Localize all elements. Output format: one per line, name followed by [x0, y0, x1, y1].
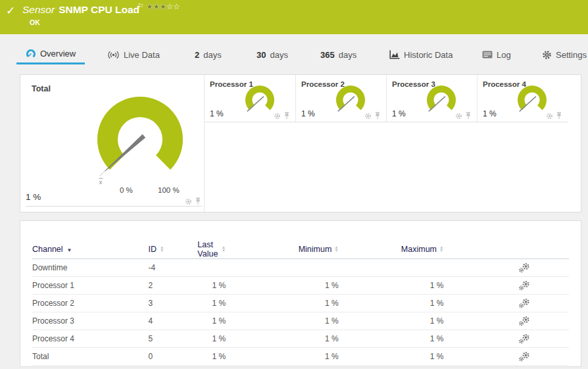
gauges-panel: Total x 0 % 100 % 1 % Processo — [20, 74, 581, 212]
column-label: Maximum — [401, 245, 437, 254]
channel-name: Processor 2 — [32, 299, 74, 308]
table-row[interactable]: Processor 2 3 1 % 1 % 1 % — [32, 295, 569, 312]
gauge-value: 1 % — [210, 109, 224, 118]
tab-label: days — [339, 50, 356, 60]
tab-label: days — [270, 50, 287, 60]
channel-settings-icon[interactable] — [518, 262, 530, 273]
tab-label: days — [203, 50, 221, 60]
tab-365-days[interactable]: 365 days — [320, 45, 356, 64]
table-row[interactable]: Processor 3 4 1 % 1 % 1 % — [32, 312, 569, 330]
minimum-value: 1 % — [325, 334, 339, 343]
tab-number: 30 — [257, 50, 266, 60]
last-value: 1 % — [212, 299, 226, 308]
gauge-arc — [97, 97, 183, 170]
channel-settings-icon[interactable] — [518, 280, 530, 291]
gauge-value: 1 % — [26, 192, 41, 202]
needle-hairline — [100, 171, 105, 176]
gauge-value: 1 % — [392, 109, 406, 118]
pin-icon[interactable] — [283, 112, 290, 120]
column-header-maximum[interactable]: Maximum — [365, 245, 466, 254]
gear-icon[interactable] — [546, 112, 553, 120]
gauge-icon — [26, 49, 36, 59]
log-list-icon — [482, 51, 493, 59]
channel-id: 5 — [149, 334, 153, 343]
sensor-type-label: Sensor — [22, 4, 55, 15]
tab-settings[interactable]: Settings — [542, 45, 587, 64]
channel-name: Processor 1 — [32, 281, 74, 290]
flag-icon[interactable]: ⚐ — [137, 2, 144, 11]
tab-label: Live Data — [124, 50, 160, 60]
column-label: Last Value — [197, 240, 218, 258]
maximum-value: 1 % — [430, 299, 444, 308]
table-row[interactable]: Downtime -4 — [32, 259, 569, 277]
channel-settings-icon[interactable] — [518, 333, 530, 344]
channel-name: Downtime — [32, 263, 67, 272]
priority-stars[interactable] — [146, 2, 180, 11]
maximum-value: 1 % — [430, 352, 444, 361]
sensor-header: ✓ SensorSNMP CPU Load ⚐ OK — [0, 0, 588, 34]
tab-overview[interactable]: Overview — [16, 45, 85, 64]
gauge-scale-min: 0 % — [120, 186, 133, 194]
tab-label: Settings — [556, 50, 587, 60]
mean-marker: x — [99, 179, 103, 185]
processor-gauge-tile: Processor 1 1 % — [205, 75, 295, 122]
gauge-value: 1 % — [483, 109, 497, 118]
sort-icon — [334, 246, 338, 252]
star-empty-icon[interactable] — [173, 2, 180, 11]
gauge-value: 1 % — [301, 109, 315, 118]
sensor-name: SNMP CPU Load — [59, 4, 139, 15]
minimum-value: 1 % — [325, 352, 339, 361]
channel-name: Processor 3 — [32, 316, 74, 326]
column-header-id[interactable]: ID — [149, 245, 198, 254]
pin-icon[interactable] — [195, 197, 201, 205]
channel-name: Total — [32, 352, 49, 361]
minimum-value: 1 % — [325, 299, 339, 308]
tab-2-days[interactable]: 2 days — [195, 45, 222, 64]
small-gauge — [240, 83, 280, 116]
tab-historic-data[interactable]: Historic Data — [389, 45, 453, 64]
tab-live-data[interactable]: Live Data — [107, 45, 160, 64]
column-header-channel[interactable]: Channel — [32, 245, 149, 254]
sort-icon — [222, 246, 226, 252]
tab-log[interactable]: Log — [482, 45, 511, 64]
tab-30-days[interactable]: 30 days — [257, 45, 288, 64]
star-filled-icon[interactable] — [153, 2, 159, 11]
column-header-minimum[interactable]: Minimum — [241, 245, 365, 254]
channel-id: 3 — [149, 299, 153, 308]
star-empty-icon[interactable] — [166, 2, 173, 11]
pin-icon[interactable] — [556, 112, 562, 120]
total-gauge: x — [84, 86, 196, 197]
table-row[interactable]: Processor 4 5 1 % 1 % 1 % — [32, 330, 569, 348]
gear-icon[interactable] — [364, 112, 372, 120]
pin-icon[interactable] — [465, 112, 472, 120]
channel-table: Channel ID Last Value Minimum Maximum — [32, 239, 569, 366]
channel-settings-icon[interactable] — [518, 316, 530, 326]
channel-settings-icon[interactable] — [518, 351, 530, 362]
star-filled-icon[interactable] — [160, 2, 166, 11]
area-chart-icon — [389, 50, 400, 59]
channel-settings-icon[interactable] — [518, 298, 530, 308]
table-row[interactable]: Processor 1 2 1 % 1 % 1 % — [32, 277, 569, 295]
gear-icon[interactable] — [455, 112, 462, 120]
column-label: Channel — [32, 245, 63, 254]
last-value: 1 % — [212, 352, 226, 361]
gauge-actions — [274, 112, 290, 120]
gear-icon[interactable] — [185, 198, 192, 205]
channel-id: 2 — [149, 281, 153, 290]
column-header-last-value[interactable]: Last Value — [197, 240, 241, 258]
last-value: 1 % — [212, 316, 226, 326]
gauge-title: Total — [32, 84, 51, 93]
minimum-value: 1 % — [325, 316, 339, 326]
channel-id: -4 — [149, 263, 156, 272]
star-filled-icon[interactable] — [146, 2, 153, 11]
tab-label: Historic Data — [404, 50, 453, 60]
sort-icon — [439, 246, 443, 252]
processor-gauge-tile: Processor 2 1 % — [295, 75, 386, 122]
pin-icon[interactable] — [374, 112, 381, 120]
last-value: 1 % — [212, 281, 226, 290]
gear-icon[interactable] — [274, 112, 281, 120]
table-row[interactable]: Total 0 1 % 1 % 1 % — [32, 348, 569, 366]
small-gauge — [512, 83, 552, 116]
sensor-title: SensorSNMP CPU Load — [22, 4, 139, 16]
channel-id: 4 — [149, 316, 153, 326]
